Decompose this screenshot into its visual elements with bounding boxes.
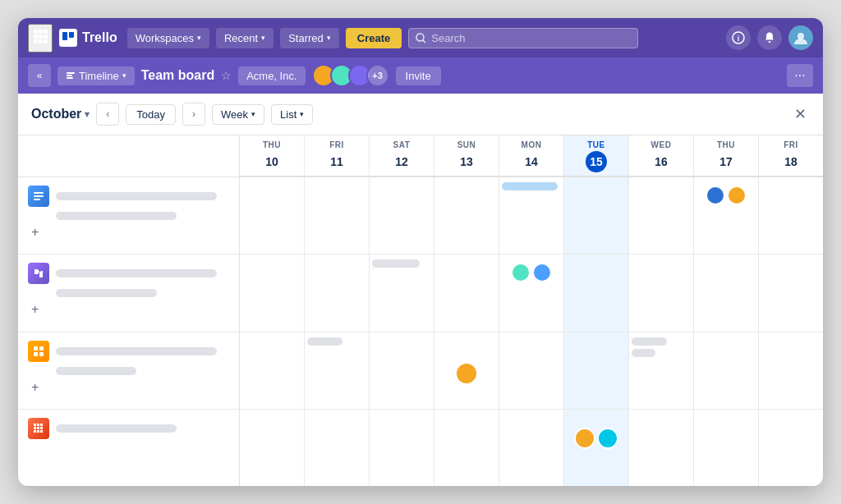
- svg-line-12: [423, 40, 425, 43]
- bell-icon[interactable]: [757, 25, 782, 50]
- user-avatar[interactable]: [788, 25, 813, 50]
- grid-row-4: [18, 410, 823, 486]
- svg-rect-33: [34, 430, 36, 433]
- avatar-1-7b[interactable]: [727, 186, 747, 205]
- day-num-fri11: 11: [326, 151, 347, 172]
- timeline-chevron: ▾: [122, 71, 126, 80]
- dcell-1-8: [759, 177, 823, 254]
- svg-rect-3: [34, 34, 38, 39]
- add-card-button-1[interactable]: +: [28, 225, 42, 240]
- month-label: October: [31, 107, 81, 121]
- hbar-2-2: [372, 259, 420, 268]
- workspaces-menu[interactable]: Workspaces ▾: [127, 28, 209, 48]
- left-header-spacer: [18, 135, 240, 176]
- board-title: Team board: [141, 68, 215, 83]
- left-col-4: [18, 410, 240, 486]
- trello-logo-text: Trello: [82, 30, 117, 45]
- avatar-pair-1-7: [696, 182, 756, 205]
- dcell-4-6: [629, 410, 694, 486]
- add-card-button-2[interactable]: +: [28, 302, 42, 317]
- day-header-fri18: FRI 18: [759, 135, 823, 176]
- avatar-2-4a[interactable]: [511, 263, 531, 282]
- svg-rect-6: [34, 39, 38, 44]
- svg-rect-27: [34, 424, 36, 426]
- recent-menu[interactable]: Recent ▾: [216, 28, 273, 48]
- dcell-3-6: [629, 332, 694, 409]
- list-icon-blue-1: [28, 186, 49, 207]
- day-num-sat12: 12: [391, 151, 412, 172]
- close-timeline-button[interactable]: ✕: [791, 102, 810, 126]
- avatar-4-5a[interactable]: [574, 428, 595, 449]
- avatar-1-7a[interactable]: [705, 186, 725, 205]
- dcell-4-0: [240, 410, 305, 486]
- create-button[interactable]: Create: [346, 28, 402, 48]
- card-bar-3a: [56, 347, 217, 355]
- more-options-button[interactable]: ···: [787, 64, 813, 87]
- list-selector[interactable]: List ▾: [271, 104, 313, 125]
- grid-icon[interactable]: [28, 24, 53, 53]
- right-cols-2: [240, 254, 823, 331]
- card-bar-1b: [56, 212, 177, 220]
- list-icon-pink-4: [28, 418, 49, 439]
- svg-rect-34: [37, 430, 39, 433]
- info-button[interactable]: i: [726, 25, 751, 50]
- svg-rect-24: [39, 346, 44, 351]
- dcell-1-0: [240, 177, 305, 254]
- next-period-button[interactable]: ›: [182, 103, 205, 126]
- dcell-3-1: [305, 332, 370, 409]
- list-icon-purple-2: [28, 263, 49, 284]
- prev-period-button[interactable]: ‹: [96, 103, 119, 126]
- dcell-4-8: [759, 410, 823, 486]
- dcell-3-2: [370, 332, 434, 409]
- grid-row-2: +: [18, 254, 823, 332]
- collapse-sidebar-button[interactable]: «: [28, 64, 51, 87]
- left-cell-row-1b: [28, 212, 229, 220]
- starred-menu[interactable]: Starred ▾: [280, 28, 339, 48]
- avatar-2-4b[interactable]: [532, 263, 552, 282]
- svg-rect-18: [67, 75, 72, 76]
- invite-button[interactable]: Invite: [396, 66, 441, 85]
- search-bar[interactable]: Search: [408, 28, 638, 48]
- trello-logo[interactable]: Trello: [59, 29, 117, 47]
- dcell-2-0: [240, 254, 305, 331]
- dcell-2-3: [434, 254, 499, 331]
- dcell-4-4: [499, 410, 564, 486]
- timeline-controls: October ▾ ‹ Today › Week ▾ List ▾ ✕: [18, 94, 823, 135]
- day-header-wed16: WED 16: [629, 135, 694, 176]
- star-board-button[interactable]: ☆: [221, 69, 232, 82]
- avatar-4-5b[interactable]: [597, 428, 618, 449]
- avatar-3-3[interactable]: [455, 362, 478, 385]
- member-count[interactable]: +3: [366, 64, 389, 87]
- svg-rect-21: [34, 195, 44, 197]
- day-num-tue15: 15: [586, 151, 607, 172]
- timeline-view-button[interactable]: Timeline ▾: [57, 66, 135, 85]
- dcell-2-5-today: [564, 254, 629, 331]
- dcell-3-0: [240, 332, 305, 409]
- hbar-3-6b: [632, 349, 655, 357]
- month-selector[interactable]: October ▾: [31, 107, 90, 121]
- week-selector[interactable]: Week ▾: [212, 104, 264, 125]
- svg-rect-4: [39, 34, 43, 39]
- month-chevron: ▾: [85, 109, 90, 120]
- day-name-sun13: SUN: [438, 140, 495, 149]
- svg-text:i: i: [738, 34, 740, 43]
- dcell-4-7: [694, 410, 759, 486]
- day-num-sun13: 13: [456, 151, 477, 172]
- day-header-fri11: FRI 11: [305, 135, 370, 176]
- svg-rect-7: [39, 39, 43, 44]
- recent-chevron: ▾: [261, 34, 265, 42]
- svg-rect-25: [34, 352, 38, 356]
- svg-rect-31: [37, 427, 39, 429]
- day-name-fri11: FRI: [308, 140, 365, 149]
- svg-rect-29: [40, 424, 43, 426]
- search-icon: [416, 33, 426, 44]
- app-window: Trello Workspaces ▾ Recent ▾ Starred ▾ C…: [18, 18, 823, 486]
- day-num-thu17: 17: [715, 151, 737, 172]
- add-card-button-3[interactable]: +: [28, 380, 42, 395]
- dcell-2-7: [694, 254, 759, 331]
- today-button[interactable]: Today: [126, 104, 176, 125]
- workspace-chip[interactable]: Acme, Inc.: [238, 66, 305, 85]
- grid-row-1: +: [18, 177, 823, 254]
- dcell-3-8: [759, 332, 823, 409]
- svg-rect-35: [40, 430, 43, 433]
